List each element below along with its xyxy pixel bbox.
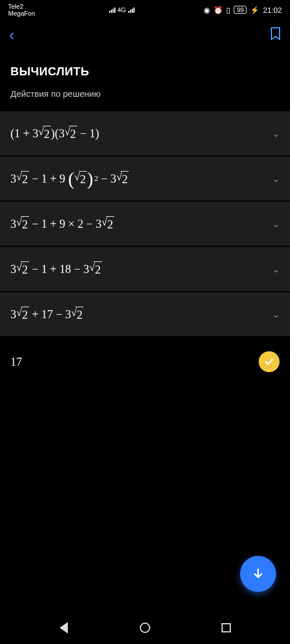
status-bar: Tele2 MegaFon 4G ◉ ⏰ ▯ 99 ⚡ 21:02 bbox=[0, 0, 290, 19]
page-title: ВЫЧИСЛИТЬ bbox=[10, 65, 280, 78]
download-fab[interactable] bbox=[240, 556, 276, 592]
content-header: ВЫЧИСЛИТЬ Действия по решению bbox=[0, 51, 290, 111]
math-expression: (1+3√2)(3√2−1) bbox=[10, 126, 99, 141]
signal-bars-icon-2 bbox=[128, 7, 135, 13]
android-nav-bar bbox=[0, 612, 290, 644]
bookmark-button[interactable] bbox=[270, 27, 281, 42]
battery-indicator: 99 bbox=[234, 6, 246, 14]
alarm-icon: ⏰ bbox=[213, 6, 223, 14]
step-row-4[interactable]: 3√2−1+18−3√2 ⌄ bbox=[0, 247, 290, 291]
chevron-down-icon: ⌄ bbox=[272, 173, 280, 184]
nav-home-button[interactable] bbox=[138, 621, 152, 635]
math-expression: 3√2−1+9 (√2)2−3√2 bbox=[10, 169, 129, 188]
step-row-1[interactable]: (1+3√2)(3√2−1) ⌄ bbox=[0, 111, 290, 155]
chevron-down-icon: ⌄ bbox=[272, 219, 280, 230]
carrier-2: MegaFon bbox=[8, 10, 35, 17]
triangle-back-icon bbox=[60, 622, 68, 634]
chevron-down-icon: ⌄ bbox=[272, 264, 280, 275]
vibrate-icon: ▯ bbox=[226, 6, 230, 14]
math-expression: 3√2+17−3√2 bbox=[10, 307, 84, 322]
carrier-labels: Tele2 MegaFon bbox=[8, 3, 35, 17]
result-row: 17 bbox=[0, 337, 290, 384]
status-right: ◉ ⏰ ▯ 99 ⚡ 21:02 bbox=[204, 6, 282, 14]
bookmark-icon bbox=[270, 27, 281, 40]
signal-info: 4G bbox=[109, 6, 135, 13]
chevron-down-icon: ⌄ bbox=[272, 309, 280, 320]
app-bar: ‹ bbox=[0, 19, 290, 51]
check-icon bbox=[263, 356, 275, 368]
chevron-down-icon: ⌄ bbox=[272, 128, 280, 139]
signal-bars-icon bbox=[109, 7, 115, 13]
math-expression: 3√2−1+18−3√2 bbox=[10, 261, 102, 277]
math-expression: 3√2−1+9×2−3√2 bbox=[10, 216, 114, 232]
back-button[interactable]: ‹ bbox=[9, 26, 14, 44]
charging-icon: ⚡ bbox=[250, 6, 259, 14]
step-row-3[interactable]: 3√2−1+9×2−3√2 ⌄ bbox=[0, 202, 290, 246]
page-subtitle: Действия по решению bbox=[10, 89, 280, 99]
square-recent-icon bbox=[222, 623, 231, 632]
carrier-1: Tele2 bbox=[8, 3, 35, 10]
step-row-2[interactable]: 3√2−1+9 (√2)2−3√2 ⌄ bbox=[0, 157, 290, 201]
check-badge[interactable] bbox=[259, 351, 280, 372]
nav-back-button[interactable] bbox=[57, 621, 71, 635]
nav-recent-button[interactable] bbox=[219, 621, 233, 635]
step-row-5[interactable]: 3√2+17−3√2 ⌄ bbox=[0, 292, 290, 336]
circle-home-icon bbox=[140, 623, 150, 633]
math-result: 17 bbox=[10, 355, 22, 369]
eye-icon: ◉ bbox=[204, 6, 210, 14]
network-type: 4G bbox=[118, 6, 126, 13]
arrow-down-icon bbox=[251, 567, 265, 581]
clock: 21:02 bbox=[263, 6, 282, 14]
